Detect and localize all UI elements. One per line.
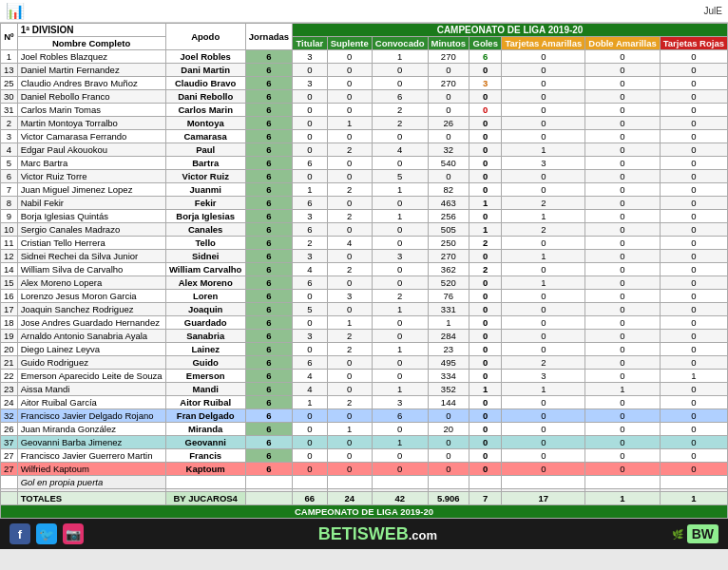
player-doble-amarilla: 1 [585, 383, 660, 396]
player-jornadas: 6 [245, 250, 292, 263]
player-titular: 1 [293, 396, 328, 409]
instagram-icon[interactable]: 📷 [63, 523, 84, 544]
player-goles: 1 [469, 197, 502, 210]
player-suplente: 0 [327, 436, 372, 449]
player-nombre: Martin Montoya Torralbo [17, 117, 165, 130]
player-doble-amarilla: 0 [585, 237, 660, 250]
player-jornadas: 6 [245, 436, 292, 449]
player-jornadas: 6 [245, 383, 292, 396]
player-titular: 6 [293, 356, 328, 370]
player-goles: 0 [469, 143, 502, 157]
player-num: 17 [1, 303, 18, 316]
player-nombre: Aitor Ruibal García [17, 396, 165, 409]
bw-logo: BW [687, 524, 718, 543]
player-nombre: Juan Miranda González [17, 423, 165, 436]
player-tarjetas-rojas: 0 [660, 303, 727, 316]
player-suplente: 2 [327, 210, 372, 223]
player-minutos: 0 [428, 170, 469, 183]
player-apodo: Paul [165, 143, 245, 157]
player-goles: 0 [469, 90, 502, 104]
gol-propia-g [469, 476, 502, 489]
table-row: 19 Arnaldo Antonio Sanabria Ayala Sanabr… [1, 330, 728, 343]
player-tarjetas-rojas: 0 [660, 263, 727, 276]
player-nombre: Emerson Aparecido Leite de Souza [17, 370, 165, 383]
col-jornadas-header: Jornadas [245, 24, 292, 50]
player-doble-amarilla: 0 [585, 77, 660, 90]
player-tarjetas-rojas: 0 [660, 343, 727, 356]
table-row: 18 Jose Andres Guardado Hernandez Guarda… [1, 316, 728, 330]
totals-s: 24 [327, 492, 372, 505]
player-suplente: 0 [327, 303, 372, 316]
col-doble-amarilla: Doble Amarillas [585, 37, 660, 50]
player-jornadas: 6 [245, 330, 292, 343]
player-convocado: 6 [372, 409, 428, 423]
player-doble-amarilla: 0 [585, 117, 660, 130]
player-doble-amarilla: 0 [585, 104, 660, 117]
player-tarjetas-amarillas: 0 [502, 396, 585, 409]
player-minutos: 0 [428, 463, 469, 476]
player-tarjetas-rojas: 0 [660, 64, 727, 77]
player-minutos: 76 [428, 290, 469, 303]
player-num: 24 [1, 396, 18, 409]
table-row: 25 Claudio Andres Bravo Muñoz Claudio Br… [1, 77, 728, 90]
facebook-icon[interactable]: f [10, 523, 30, 544]
player-minutos: 23 [428, 343, 469, 356]
player-tarjetas-amarillas: 0 [502, 343, 585, 356]
player-goles: 0 [469, 210, 502, 223]
player-tarjetas-amarillas: 0 [502, 449, 585, 463]
player-jornadas: 6 [245, 157, 292, 170]
player-goles: 0 [469, 449, 502, 463]
gol-propia-da [585, 476, 660, 489]
player-tarjetas-amarillas: 0 [502, 170, 585, 183]
gol-propia-t [293, 476, 328, 489]
player-goles: 6 [469, 50, 502, 64]
player-convocado: 2 [372, 104, 428, 117]
player-tarjetas-amarillas: 0 [502, 303, 585, 316]
player-num: 19 [1, 330, 18, 343]
player-convocado: 1 [372, 50, 428, 64]
player-titular: 5 [293, 303, 328, 316]
player-minutos: 0 [428, 449, 469, 463]
table-row: 4 Edgar Paul Akouokou Paul 6 0 2 4 32 0 … [1, 143, 728, 157]
player-goles: 0 [469, 170, 502, 183]
social-links[interactable]: f 🐦 📷 [10, 523, 84, 544]
player-doble-amarilla: 0 [585, 370, 660, 383]
player-nombre: Wilfried Kaptoum [17, 463, 165, 476]
player-num: 11 [1, 237, 18, 250]
player-goles: 0 [469, 64, 502, 77]
player-apodo: Miranda [165, 423, 245, 436]
player-doble-amarilla: 0 [585, 316, 660, 330]
stats-table: Nº 1ª DIVISION Apodo Jornadas CAMPEONATO… [0, 23, 728, 519]
player-convocado: 0 [372, 157, 428, 170]
player-num: 37 [1, 436, 18, 449]
totals-empty [1, 492, 18, 505]
player-apodo: Emerson [165, 370, 245, 383]
header-user: JulE [704, 6, 722, 16]
player-doble-amarilla: 0 [585, 436, 660, 449]
player-convocado: 1 [372, 303, 428, 316]
player-titular: 1 [293, 183, 328, 197]
player-tarjetas-amarillas: 0 [502, 90, 585, 104]
player-nombre: Jose Andres Guardado Hernandez [17, 316, 165, 330]
player-goles: 0 [469, 370, 502, 383]
player-doble-amarilla: 0 [585, 263, 660, 276]
player-tarjetas-rojas: 0 [660, 50, 727, 64]
brand-name: BETISWEB.com [318, 524, 437, 544]
table-row: 10 Sergio Canales Madrazo Canales 6 6 0 … [1, 223, 728, 237]
player-nombre: Guido Rodriguez [17, 356, 165, 370]
player-jornadas: 6 [245, 370, 292, 383]
player-tarjetas-rojas: 0 [660, 290, 727, 303]
player-tarjetas-amarillas: 0 [502, 330, 585, 343]
player-suplente: 0 [327, 276, 372, 290]
player-convocado: 0 [372, 263, 428, 276]
player-nombre: Francisco Javier Guerrero Martin [17, 449, 165, 463]
player-nombre: Joaquin Sanchez Rodriguez [17, 303, 165, 316]
player-suplente: 0 [327, 383, 372, 396]
twitter-icon[interactable]: 🐦 [36, 523, 57, 544]
player-convocado: 1 [372, 436, 428, 449]
player-apodo: Mandi [165, 383, 245, 396]
player-minutos: 32 [428, 143, 469, 157]
player-num: 10 [1, 223, 18, 237]
table-row: 6 Victor Ruiz Torre Victor Ruiz 6 0 0 5 … [1, 170, 728, 183]
col-num: Nº [1, 24, 18, 50]
